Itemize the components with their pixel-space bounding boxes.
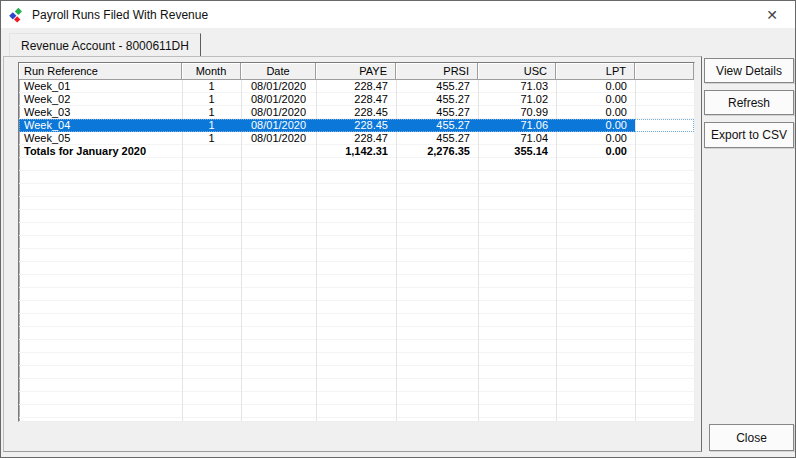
cell-paye: 228.45: [316, 106, 396, 119]
close-button[interactable]: Close: [709, 424, 794, 451]
column-header-date[interactable]: Date: [241, 63, 316, 80]
payroll-runs-table: Run Reference Month Date PAYE PRSI USC L…: [18, 62, 695, 422]
column-header-month[interactable]: Month: [182, 63, 241, 80]
cell-date: 08/01/2020: [241, 80, 316, 93]
cell-month: 1: [182, 132, 241, 145]
titlebar: Payroll Runs Filed With Revenue ✕: [1, 1, 795, 28]
cell-ref: Week_02: [19, 93, 182, 106]
cell-prsi: 455.27: [396, 119, 478, 132]
cell-paye: 228.47: [316, 93, 396, 106]
cell-paye: 228.47: [316, 80, 396, 93]
tab-revenue-account[interactable]: Revenue Account - 8000611DH: [9, 33, 201, 57]
app-icon: [8, 7, 24, 23]
column-header-spacer: [635, 63, 694, 80]
cell-month: 1: [182, 119, 241, 132]
cell-date: 08/01/2020: [241, 132, 316, 145]
refresh-button[interactable]: Refresh: [704, 90, 794, 115]
cell-month: 1: [182, 80, 241, 93]
cell-date: 08/01/2020: [241, 119, 316, 132]
cell-spacer: [635, 132, 694, 145]
table-header: Run Reference Month Date PAYE PRSI USC L…: [19, 63, 694, 80]
tab-label: Revenue Account - 8000611DH: [21, 39, 189, 53]
cell-lpt: 0.00: [556, 93, 635, 106]
table-body: Week_01108/01/2020228.47455.2771.030.00W…: [19, 80, 694, 421]
cell-month: [182, 145, 241, 158]
column-header-run-reference[interactable]: Run Reference: [19, 63, 182, 80]
cell-spacer: [635, 80, 694, 93]
cell-spacer: [635, 106, 694, 119]
table-row[interactable]: Week_05108/01/2020228.47455.2771.040.00: [19, 132, 694, 145]
cell-paye: 228.45: [316, 119, 396, 132]
cell-lpt: 0.00: [556, 80, 635, 93]
cell-ref: Week_03: [19, 106, 182, 119]
cell-prsi: 2,276.35: [396, 145, 478, 158]
table-row[interactable]: Week_03108/01/2020228.45455.2770.990.00: [19, 106, 694, 119]
cell-paye: 1,142.31: [316, 145, 396, 158]
cell-month: 1: [182, 93, 241, 106]
cell-ref: Week_04: [19, 119, 182, 132]
cell-date: 08/01/2020: [241, 106, 316, 119]
window-title: Payroll Runs Filed With Revenue: [32, 8, 208, 22]
cell-paye: 228.47: [316, 132, 396, 145]
column-header-prsi[interactable]: PRSI: [396, 63, 478, 80]
cell-prsi: 455.27: [396, 132, 478, 145]
column-header-usc[interactable]: USC: [478, 63, 556, 80]
cell-lpt: 0.00: [556, 106, 635, 119]
cell-month: 1: [182, 106, 241, 119]
export-to-csv-button[interactable]: Export to CSV: [704, 122, 794, 148]
cell-spacer: [635, 145, 694, 158]
totals-row[interactable]: Totals for January 20201,142.312,276.353…: [19, 145, 694, 158]
cell-usc: 71.03: [478, 80, 556, 93]
cell-ref: Totals for January 2020: [19, 145, 182, 158]
cell-usc: 70.99: [478, 106, 556, 119]
cell-spacer: [635, 119, 694, 132]
table-row[interactable]: Week_02108/01/2020228.47455.2771.020.00: [19, 93, 694, 106]
column-header-paye[interactable]: PAYE: [316, 63, 396, 80]
cell-ref: Week_01: [19, 80, 182, 93]
cell-lpt: 0.00: [556, 119, 635, 132]
column-header-lpt[interactable]: LPT: [556, 63, 635, 80]
cell-usc: 355.14: [478, 145, 556, 158]
view-details-button[interactable]: View Details: [704, 58, 794, 83]
cell-prsi: 455.27: [396, 93, 478, 106]
cell-ref: Week_05: [19, 132, 182, 145]
cell-prsi: 455.27: [396, 80, 478, 93]
cell-lpt: 0.00: [556, 145, 635, 158]
payroll-runs-dialog: Payroll Runs Filed With Revenue ✕ Revenu…: [0, 0, 796, 458]
cell-lpt: 0.00: [556, 132, 635, 145]
cell-usc: 71.04: [478, 132, 556, 145]
cell-date: 08/01/2020: [241, 93, 316, 106]
table-row[interactable]: Week_01108/01/2020228.47455.2771.030.00: [19, 80, 694, 93]
close-icon[interactable]: ✕: [749, 1, 795, 28]
cell-usc: 71.02: [478, 93, 556, 106]
cell-usc: 71.06: [478, 119, 556, 132]
cell-prsi: 455.27: [396, 106, 478, 119]
cell-spacer: [635, 93, 694, 106]
cell-date: [241, 145, 316, 158]
table-row[interactable]: Week_04108/01/2020228.45455.2771.060.00: [19, 119, 694, 132]
